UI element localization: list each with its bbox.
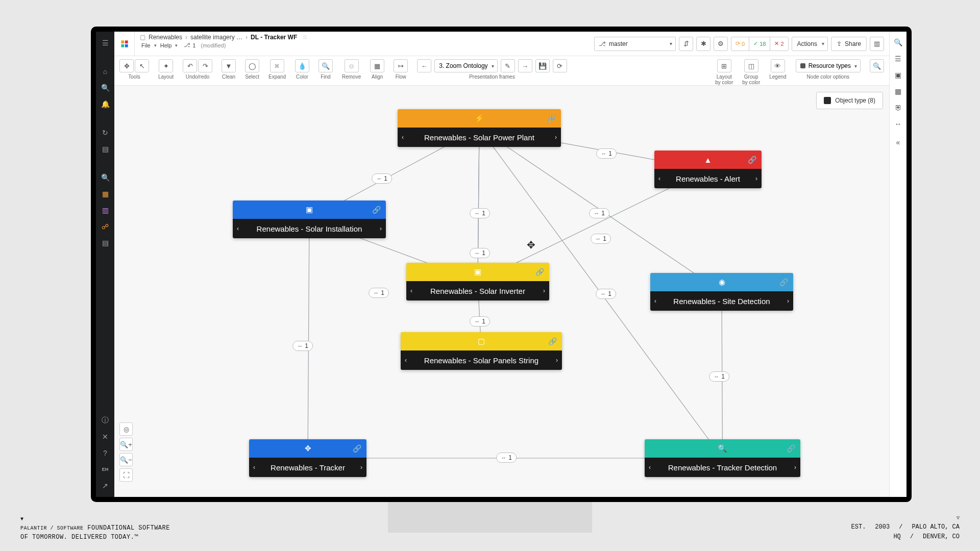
eh-icon[interactable]: EH: [98, 462, 112, 477]
dataset-icon[interactable]: ▦: [98, 187, 112, 201]
clipboard-icon[interactable]: ▣: [892, 68, 905, 82]
shuffle-icon[interactable]: ✕: [98, 430, 112, 444]
folder-icon[interactable]: ▤: [98, 236, 112, 250]
home-icon[interactable]: ⌂: [98, 64, 112, 79]
redo-icon[interactable]: ↷: [198, 59, 212, 72]
link-icon[interactable]: 🔗: [372, 206, 381, 214]
undo-icon[interactable]: ↶: [183, 59, 197, 72]
chart-icon[interactable]: ▥: [98, 203, 112, 217]
next-frame-icon[interactable]: →: [518, 59, 532, 72]
actions-button[interactable]: Actions: [792, 37, 828, 51]
remove-icon[interactable]: ⊖: [345, 59, 359, 72]
edge-count-pill[interactable]: ↔1: [589, 208, 609, 218]
chevron-right-icon[interactable]: ›: [755, 175, 757, 182]
help-icon[interactable]: ?: [98, 446, 112, 460]
chevron-left-icon[interactable]: ‹: [405, 357, 407, 364]
chevron-right-icon[interactable]: ›: [556, 357, 558, 364]
prev-frame-icon[interactable]: ←: [417, 59, 431, 72]
chevron-right-icon[interactable]: ›: [380, 225, 382, 232]
merge-icon[interactable]: ⇵: [679, 37, 693, 51]
node-install[interactable]: ▣🔗‹Renewables - Solar Installation›: [233, 201, 386, 238]
legend-icon[interactable]: 👁: [771, 59, 785, 72]
clean-icon[interactable]: ▼: [222, 59, 236, 72]
right-search-icon[interactable]: 🔍: [892, 36, 905, 49]
edge-count-pill[interactable]: ↔1: [470, 248, 490, 258]
auto-layout-icon[interactable]: ✦: [159, 59, 173, 72]
chevron-right-icon[interactable]: ›: [555, 134, 557, 141]
edge-count-pill[interactable]: ↔1: [372, 173, 392, 184]
layers-icon[interactable]: ☍: [98, 219, 112, 234]
node-trackdet[interactable]: 🔍🔗‹Renewables - Tracker Detection›: [645, 439, 800, 477]
chevron-left-icon[interactable]: ‹: [649, 464, 651, 471]
pointer-tool-icon[interactable]: ↖: [135, 59, 149, 72]
layout-color-icon[interactable]: ⊞: [717, 59, 731, 72]
explore-icon[interactable]: 🔍: [98, 170, 112, 185]
calendar-icon[interactable]: ▦: [892, 85, 905, 98]
menu-icon[interactable]: ☰: [98, 36, 112, 50]
collapse-icon[interactable]: «: [892, 136, 905, 149]
edge-count-pill[interactable]: ↔1: [470, 208, 490, 218]
zoom-in-icon[interactable]: 🔍+: [119, 438, 133, 451]
chevron-right-icon[interactable]: ›: [787, 297, 789, 305]
locate-icon[interactable]: ◎: [119, 422, 133, 436]
link-icon[interactable]: 🔗: [547, 114, 556, 122]
find-icon[interactable]: 🔍: [318, 59, 333, 72]
bookmark-icon[interactable]: ▤: [98, 142, 112, 156]
legend-card[interactable]: Object type (8): [816, 92, 883, 109]
snowflake-icon[interactable]: ✱: [696, 37, 710, 51]
crumb-root[interactable]: Renewables: [149, 34, 182, 41]
star-icon[interactable]: ☆: [302, 34, 308, 41]
chevron-left-icon[interactable]: ‹: [253, 464, 255, 471]
branch-select[interactable]: ⎇ master: [594, 37, 676, 51]
chevron-left-icon[interactable]: ‹: [402, 134, 404, 141]
color-icon[interactable]: 💧: [295, 59, 309, 72]
edge-count-pill[interactable]: ↔1: [591, 234, 611, 244]
graph-canvas[interactable]: ⚡🔗‹Renewables - Solar Power Plant›▲🔗‹Ren…: [114, 86, 889, 497]
gear-icon[interactable]: ⚙: [714, 37, 728, 51]
chevron-left-icon[interactable]: ‹: [658, 175, 660, 182]
build-status[interactable]: ⟳0 ✓18 ✕2: [731, 37, 789, 51]
brand-logo[interactable]: [114, 32, 135, 56]
bell-icon[interactable]: 🔔: [98, 97, 112, 111]
node-alert[interactable]: ▲🔗‹Renewables - Alert›: [654, 151, 762, 188]
node-color-select[interactable]: Resource types: [796, 59, 861, 72]
help-menu[interactable]: Help: [159, 42, 174, 48]
edit-frame-icon[interactable]: ✎: [501, 59, 515, 72]
link-icon[interactable]: 🔗: [748, 156, 756, 164]
node-tracker[interactable]: ✥🔗‹Renewables - Tracker›: [249, 439, 366, 477]
edge-count-pill[interactable]: ↔1: [596, 289, 616, 299]
chevron-right-icon[interactable]: ›: [543, 287, 545, 294]
link-icon[interactable]: 🔗: [353, 444, 361, 453]
align-icon[interactable]: ▦: [370, 59, 384, 72]
node-site[interactable]: ◉🔗‹Renewables - Site Detection›: [650, 273, 793, 311]
link-icon[interactable]: 🔗: [787, 444, 795, 453]
chevron-left-icon[interactable]: ‹: [410, 287, 412, 294]
share-button[interactable]: ⇪Share: [831, 37, 867, 51]
edge-count-pill[interactable]: ↔1: [709, 371, 729, 382]
group-color-icon[interactable]: ◫: [744, 59, 758, 72]
node-inverter[interactable]: ▣🔗‹Renewables - Solar Inverter›: [406, 263, 549, 300]
fit-icon[interactable]: ⛶: [119, 468, 133, 482]
swap-icon[interactable]: ↔: [892, 117, 905, 131]
expand-icon[interactable]: ↗: [98, 479, 112, 493]
history-icon[interactable]: ↻: [98, 126, 112, 140]
chevron-right-icon[interactable]: ›: [360, 464, 362, 471]
chevron-left-icon[interactable]: ‹: [237, 225, 239, 232]
edge-count-pill[interactable]: ↔1: [369, 288, 389, 298]
link-icon[interactable]: 🔗: [535, 268, 544, 276]
node-string[interactable]: ▢🔗‹Renewables - Solar Panels String›: [401, 332, 562, 370]
search-icon[interactable]: 🔍: [98, 81, 112, 95]
refresh-frame-icon[interactable]: ⟳: [553, 59, 567, 72]
chevron-right-icon[interactable]: ›: [794, 464, 796, 471]
edge-count-pill[interactable]: ↔1: [292, 341, 313, 351]
edge-count-pill[interactable]: ↔1: [596, 148, 617, 159]
panel-icon[interactable]: ▥: [870, 37, 884, 51]
list-icon[interactable]: ☰: [892, 52, 905, 65]
zoom-out-icon[interactable]: 🔍−: [119, 453, 133, 466]
expand-icon[interactable]: ✖: [270, 59, 284, 72]
frame-select[interactable]: 3. Zoom Ontology: [434, 59, 497, 72]
save-frame-icon[interactable]: 💾: [535, 59, 550, 72]
node-plant[interactable]: ⚡🔗‹Renewables - Solar Power Plant›: [398, 109, 561, 147]
edge-count-pill[interactable]: ↔1: [496, 453, 517, 463]
select-icon[interactable]: ◯: [245, 59, 259, 72]
